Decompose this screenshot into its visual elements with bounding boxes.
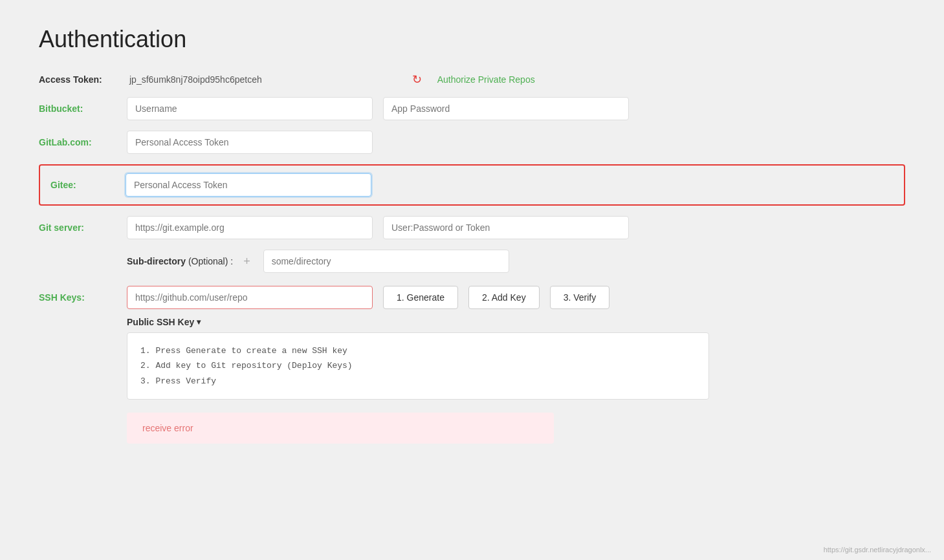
ssh-instruction-2: 2. Add key to Git repository (Deploy Key… bbox=[140, 358, 696, 373]
public-ssh-title: Public SSH Key ▾ bbox=[127, 317, 905, 327]
git-server-url-input[interactable] bbox=[127, 216, 373, 239]
subdirectory-row: Sub-directory (Optional) : + bbox=[39, 250, 905, 273]
page-title: Authentication bbox=[39, 26, 905, 53]
ssh-keys-row: SSH Keys: 1. Generate 2. Add Key 3. Veri… bbox=[39, 286, 905, 309]
git-server-row: Git server: bbox=[39, 216, 905, 239]
error-box: receive error bbox=[127, 413, 554, 444]
bitbucket-username-input[interactable] bbox=[127, 97, 373, 120]
git-server-auth-input[interactable] bbox=[383, 216, 629, 239]
ssh-instruction-3: 3. Press Verify bbox=[140, 374, 696, 389]
ssh-instruction-1: 1. Press Generate to create a new SSH ke… bbox=[140, 343, 696, 358]
ssh-repo-url-input[interactable] bbox=[127, 286, 373, 309]
chevron-down-icon[interactable]: ▾ bbox=[197, 318, 201, 327]
public-ssh-key-section: Public SSH Key ▾ 1. Press Generate to cr… bbox=[127, 317, 905, 400]
gitlab-label: GitLab.com: bbox=[39, 137, 116, 147]
gitlab-row: GitLab.com: bbox=[39, 131, 905, 154]
access-token-label: Access Token: bbox=[39, 74, 116, 85]
subdirectory-input[interactable] bbox=[263, 250, 509, 273]
generate-button[interactable]: 1. Generate bbox=[383, 286, 458, 309]
bitbucket-app-password-input[interactable] bbox=[383, 97, 629, 120]
error-message: receive error bbox=[142, 423, 193, 433]
access-token-row: Access Token: jp_sf6umk8nj78oipd95hc6pet… bbox=[39, 72, 905, 87]
subdirectory-label: Sub-directory (Optional) : bbox=[127, 256, 233, 266]
ssh-keys-section: SSH Keys: 1. Generate 2. Add Key 3. Veri… bbox=[39, 286, 905, 400]
bitbucket-row: Bitbucket: bbox=[39, 97, 905, 120]
plus-icon: + bbox=[243, 255, 250, 268]
gitee-section: Gitee: bbox=[39, 164, 905, 206]
bitbucket-label: Bitbucket: bbox=[39, 103, 116, 114]
add-key-button[interactable]: 2. Add Key bbox=[468, 286, 540, 309]
git-server-label: Git server: bbox=[39, 222, 116, 233]
gitee-label: Gitee: bbox=[50, 180, 115, 190]
access-token-value: jp_sf6umk8nj78oipd95hc6petceh bbox=[129, 74, 262, 85]
footer-url: https://git.gsdr.netliracyjdragonlx... bbox=[824, 546, 931, 554]
ssh-keys-label: SSH Keys: bbox=[39, 292, 116, 303]
authorize-private-repos-link[interactable]: Authorize Private Repos bbox=[437, 74, 535, 85]
gitlab-token-input[interactable] bbox=[127, 131, 373, 154]
verify-button[interactable]: 3. Verify bbox=[550, 286, 610, 309]
gitee-token-input[interactable] bbox=[126, 173, 371, 197]
refresh-icon[interactable]: ↻ bbox=[412, 72, 422, 87]
ssh-instructions: 1. Press Generate to create a new SSH ke… bbox=[127, 332, 709, 400]
